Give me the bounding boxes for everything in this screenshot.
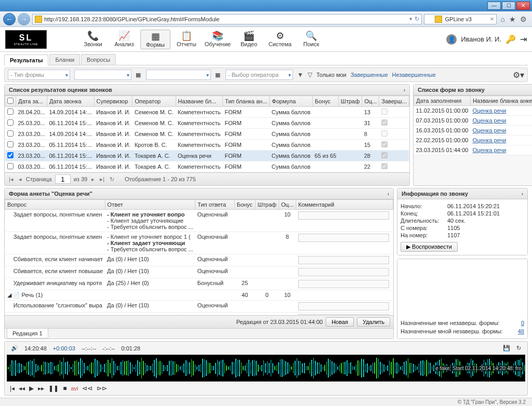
results-col-header[interactable]: Формула [270,96,313,107]
speaker-icon[interactable]: 🔊 [11,345,18,351]
table-row[interactable]: 28.04.20...14.09.2014 14:...Иванов И. И.… [5,107,409,118]
table-row[interactable]: ◢ 📄 Речь (1)40010 [5,290,393,301]
table-row[interactable]: 07.03.2015 01:00:00Оценка речи [414,116,532,126]
col-header[interactable]: Дата заполнения [414,96,470,106]
delete-button[interactable]: Удалить [357,317,390,327]
avi-label[interactable]: avi [71,385,78,391]
results-col-header[interactable]: Супервизор [94,96,132,107]
comment-input[interactable] [298,211,389,220]
form-type-select[interactable]: - Тип формы [8,70,70,80]
col-header[interactable]: Вопрос [5,200,105,210]
audio-pause-button[interactable]: ❚❚ [48,385,59,392]
results-col-header[interactable]: Штраф [338,96,362,107]
waveform[interactable]: e fake; Start 02.11.2014 14:20:48; fro [7,355,525,382]
form-link[interactable]: Оценка речи [472,117,506,124]
settings-gear-icon[interactable]: ⚙▾ [513,70,524,80]
page-prev-button[interactable]: ◂ [18,176,23,183]
home-icon[interactable]: ⌂ [501,15,505,23]
comment-input[interactable] [298,302,389,310]
comment-input[interactable] [298,256,389,264]
collapse-icon[interactable]: › [388,191,389,197]
results-col-header[interactable]: Бонус [313,96,339,107]
table-row[interactable]: Задает вопросы, понятные клиен- Клиент н… [5,232,393,254]
audio-first-button[interactable]: |◂ [10,385,15,392]
results-col-header[interactable]: Дата за... [16,96,47,107]
comment-input[interactable] [298,268,389,276]
table-row[interactable]: 16.03.2015 01:00:00Оценка речи [414,126,532,136]
collapse-icon[interactable]: › [404,87,405,93]
table-row[interactable]: Удерживает инициативу на протяДа (25) / … [5,278,393,290]
key-icon[interactable]: 🔑 [506,34,516,44]
only-mine-toggle[interactable]: Только мои [316,72,347,78]
table-row[interactable]: 25.03.20...06.11.2014 15:...Иванов И. И.… [5,118,409,129]
col-header[interactable]: Бонус [234,200,255,210]
page-last-button[interactable]: ▸| [99,176,105,183]
table-row[interactable]: 23.03.20...06.11.2014 15:...Иванов И. И.… [5,151,409,161]
results-col-header[interactable]: Заверш... [379,96,409,107]
new-button[interactable]: Новая [326,317,354,327]
row-checkbox[interactable] [7,109,14,115]
nav-item-0[interactable]: 📞Звонки [78,30,108,49]
audio-save-icon[interactable]: 💾 [503,345,510,351]
row-checkbox[interactable] [7,163,14,169]
sub-tab-1[interactable]: Бланки [49,54,80,65]
page-input[interactable] [55,174,71,184]
funnel-icon[interactable]: ▼ [297,71,303,78]
sub-tab-0[interactable]: Результаты [4,55,48,65]
window-minimize-button[interactable]: — [487,2,501,10]
form-link[interactable]: Оценка речи [472,107,506,114]
incomplete-filter[interactable]: Незавершенные [392,72,436,78]
row-checkbox[interactable] [7,141,14,147]
audio-stop-button[interactable]: ■ [63,385,66,392]
operator-select[interactable]: - Выбор оператора [225,70,293,80]
col-header[interactable]: Ответ [105,200,195,210]
nav-item-5[interactable]: 🎬Видео [234,30,264,49]
comment-input[interactable] [298,280,389,288]
grid-icon[interactable]: ▦ [136,72,142,78]
page-next-button[interactable]: ▸ [90,176,96,183]
filter-select-2[interactable] [74,70,131,80]
results-col-header[interactable]: Дата звонка [47,96,95,107]
results-col-header[interactable]: Оц... [362,96,379,107]
browser-tab[interactable]: GPLine v3 ✕ [424,14,497,24]
nav-item-2[interactable]: ▦Формы [140,30,170,49]
results-col-header[interactable]: Оператор [132,96,176,107]
window-close-button[interactable]: ✕ [516,2,530,10]
table-row[interactable]: 23.03.2015 01:44:00Оценка речи [414,145,532,155]
audio-skip-back-button[interactable]: ⊲⊲ [82,385,92,392]
nav-item-7[interactable]: 🔍Поиск [296,30,326,49]
tab-close-icon[interactable]: ✕ [490,16,494,22]
table-row[interactable]: 23.03.20...05.11.2014 15:...Иванов И. И.… [5,140,409,151]
row-checkbox[interactable] [7,130,14,137]
table-row[interactable]: Сбивается, если клиент повышаеДа (0) / Н… [5,266,393,278]
results-col-header[interactable]: Название бл... [176,96,222,107]
table-row[interactable]: 23.03.20...14.09.2014 14:...Иванов И. И.… [5,129,409,140]
table-row[interactable]: Задает вопросы, понятные клиен- Клиент н… [5,210,393,232]
form-link[interactable]: Оценка речи [472,147,506,153]
select-all-checkbox[interactable] [7,98,14,104]
nav-item-1[interactable]: 📈Анализ [109,30,139,49]
browser-back-button[interactable]: ← [3,13,16,25]
revision-tab[interactable]: Редакция 1 [7,328,48,339]
url-refresh-icon[interactable]: ↻ [415,16,419,22]
favorites-icon[interactable]: ★ [509,15,516,23]
table-row[interactable]: 11.02.2015 01:00:00Оценка речи [414,106,532,116]
filter-select-3[interactable] [146,70,211,80]
funnel-clear-icon[interactable]: ▽ [308,71,312,78]
col-header[interactable]: Тип ответа [195,200,234,210]
sub-tab-2[interactable]: Вопросы [81,54,116,65]
grid-icon-2[interactable]: ▦ [215,72,221,78]
nav-item-4[interactable]: 📚Обучение [203,30,233,49]
col-header[interactable]: Оц... [279,200,296,210]
form-link[interactable]: Оценка речи [472,137,506,143]
play-button[interactable]: ▶ Воспроизвести [401,242,458,252]
audio-forward-button[interactable]: ▸▸ [38,385,44,392]
nav-item-6[interactable]: ⚙Система [265,30,295,49]
logout-icon[interactable]: ⇥ [520,34,527,44]
table-row[interactable]: 22.02.2015 01:00:00Оценка речи [414,136,532,145]
results-col-header[interactable]: Тип бланка ан... [222,96,269,107]
audio-refresh-icon[interactable]: ↻ [516,345,521,351]
collapse-icon[interactable]: › [522,191,523,197]
row-checkbox[interactable] [7,152,14,158]
col-header[interactable]: Название бланка анкеты [470,96,532,106]
